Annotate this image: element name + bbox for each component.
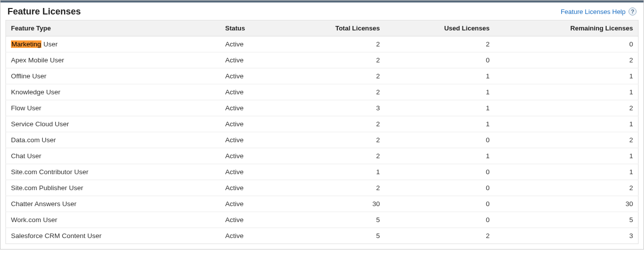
- col-header-status[interactable]: Status: [220, 20, 275, 36]
- table-row: Flow UserActive312: [6, 100, 639, 116]
- cell-feature-type: Chat User: [6, 148, 220, 164]
- cell-status: Active: [220, 132, 275, 148]
- cell-remaining-licenses: 2: [495, 52, 639, 68]
- cell-feature-type: Chatter Answers User: [6, 196, 220, 212]
- cell-total-licenses: 2: [275, 36, 385, 52]
- cell-total-licenses: 1: [275, 164, 385, 180]
- table-row: Data.com UserActive202: [6, 132, 639, 148]
- cell-status: Active: [220, 52, 275, 68]
- cell-remaining-licenses: 1: [495, 116, 639, 132]
- cell-total-licenses: 2: [275, 52, 385, 68]
- cell-feature-type: Data.com User: [6, 132, 220, 148]
- cell-status: Active: [220, 228, 275, 244]
- cell-used-licenses: 0: [385, 164, 495, 180]
- cell-total-licenses: 5: [275, 212, 385, 228]
- cell-status: Active: [220, 196, 275, 212]
- cell-total-licenses: 30: [275, 196, 385, 212]
- cell-remaining-licenses: 30: [495, 196, 639, 212]
- cell-feature-type: Apex Mobile User: [6, 52, 220, 68]
- cell-remaining-licenses: 2: [495, 180, 639, 196]
- cell-total-licenses: 2: [275, 180, 385, 196]
- feature-licenses-table: Feature Type Status Total Licenses Used …: [5, 20, 639, 244]
- cell-remaining-licenses: 1: [495, 148, 639, 164]
- cell-used-licenses: 0: [385, 212, 495, 228]
- table-row: Service Cloud UserActive211: [6, 116, 639, 132]
- cell-status: Active: [220, 68, 275, 84]
- cell-used-licenses: 1: [385, 68, 495, 84]
- cell-status: Active: [220, 180, 275, 196]
- page-title: Feature Licenses: [7, 6, 81, 17]
- table-row: Chat UserActive211: [6, 148, 639, 164]
- cell-feature-type: Marketing User: [6, 36, 220, 52]
- table-row: Marketing UserActive220: [6, 36, 639, 52]
- cell-remaining-licenses: 2: [495, 132, 639, 148]
- table-row: Offline UserActive211: [6, 68, 639, 84]
- col-header-feature-type[interactable]: Feature Type: [6, 20, 220, 36]
- cell-feature-type: Site.com Publisher User: [6, 180, 220, 196]
- cell-total-licenses: 5: [275, 228, 385, 244]
- table-row: Chatter Answers UserActive30030: [6, 196, 639, 212]
- cell-used-licenses: 1: [385, 84, 495, 100]
- cell-remaining-licenses: 5: [495, 212, 639, 228]
- cell-feature-type: Salesforce CRM Content User: [6, 228, 220, 244]
- cell-remaining-licenses: 1: [495, 68, 639, 84]
- help-link[interactable]: Feature Licenses Help: [561, 8, 626, 15]
- table-row: Salesforce CRM Content UserActive523: [6, 228, 639, 244]
- col-header-used[interactable]: Used Licenses: [385, 20, 495, 36]
- cell-remaining-licenses: 1: [495, 84, 639, 100]
- cell-status: Active: [220, 36, 275, 52]
- feature-licenses-panel: Feature Licenses Feature Licenses Help ?…: [0, 0, 644, 250]
- cell-feature-type: Work.com User: [6, 212, 220, 228]
- cell-feature-type: Offline User: [6, 68, 220, 84]
- col-header-total[interactable]: Total Licenses: [275, 20, 385, 36]
- cell-total-licenses: 2: [275, 132, 385, 148]
- cell-used-licenses: 1: [385, 148, 495, 164]
- cell-total-licenses: 3: [275, 100, 385, 116]
- table-header-row: Feature Type Status Total Licenses Used …: [6, 20, 639, 36]
- cell-feature-type: Knowledge User: [6, 84, 220, 100]
- table-row: Site.com Publisher UserActive202: [6, 180, 639, 196]
- cell-used-licenses: 0: [385, 196, 495, 212]
- cell-total-licenses: 2: [275, 68, 385, 84]
- cell-status: Active: [220, 116, 275, 132]
- cell-status: Active: [220, 212, 275, 228]
- cell-feature-type: Site.com Contributor User: [6, 164, 220, 180]
- cell-feature-type: Service Cloud User: [6, 116, 220, 132]
- cell-total-licenses: 2: [275, 84, 385, 100]
- table-wrap: Feature Type Status Total Licenses Used …: [0, 20, 644, 249]
- table-row: Site.com Contributor UserActive101: [6, 164, 639, 180]
- cell-used-licenses: 1: [385, 116, 495, 132]
- cell-status: Active: [220, 100, 275, 116]
- cell-feature-type: Flow User: [6, 100, 220, 116]
- cell-total-licenses: 2: [275, 116, 385, 132]
- col-header-remaining[interactable]: Remaining Licenses: [495, 20, 639, 36]
- cell-used-licenses: 0: [385, 52, 495, 68]
- cell-remaining-licenses: 1: [495, 164, 639, 180]
- table-body: Marketing UserActive220Apex Mobile UserA…: [6, 36, 639, 244]
- cell-feature-type-rest: User: [41, 40, 57, 48]
- table-row: Knowledge UserActive211: [6, 84, 639, 100]
- help-icon[interactable]: ?: [629, 7, 637, 15]
- cell-used-licenses: 2: [385, 228, 495, 244]
- cell-status: Active: [220, 164, 275, 180]
- cell-remaining-licenses: 0: [495, 36, 639, 52]
- cell-used-licenses: 1: [385, 100, 495, 116]
- cell-total-licenses: 2: [275, 148, 385, 164]
- panel-header: Feature Licenses Feature Licenses Help ?: [0, 2, 644, 20]
- cell-used-licenses: 0: [385, 132, 495, 148]
- cell-status: Active: [220, 84, 275, 100]
- cell-used-licenses: 0: [385, 180, 495, 196]
- table-row: Apex Mobile UserActive202: [6, 52, 639, 68]
- highlighted-text: Marketing: [11, 40, 41, 48]
- cell-used-licenses: 2: [385, 36, 495, 52]
- cell-remaining-licenses: 3: [495, 228, 639, 244]
- cell-status: Active: [220, 148, 275, 164]
- help-block: Feature Licenses Help ?: [561, 7, 637, 15]
- cell-remaining-licenses: 2: [495, 100, 639, 116]
- table-row: Work.com UserActive505: [6, 212, 639, 228]
